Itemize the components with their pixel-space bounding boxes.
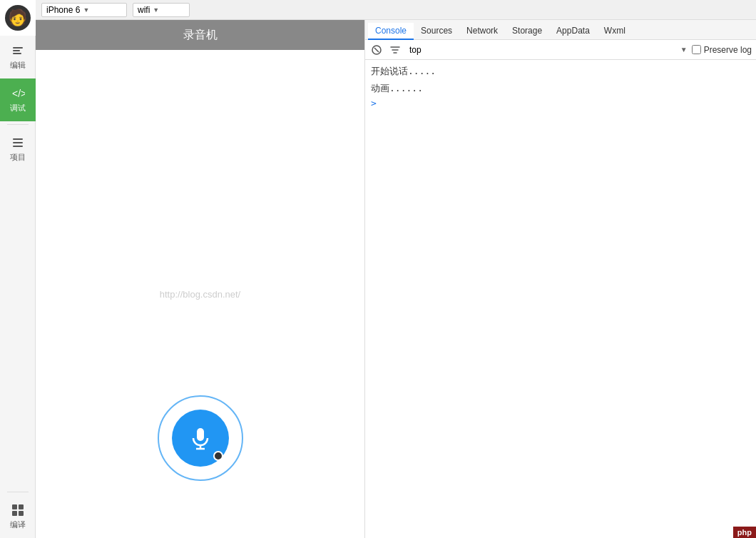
device-dropdown-arrow: ▼ bbox=[83, 6, 89, 14]
console-line-1: 开始说话..... bbox=[371, 63, 750, 80]
php-badge: php bbox=[733, 527, 756, 538]
console-filter-input[interactable] bbox=[407, 44, 676, 56]
tab-console[interactable]: Console bbox=[368, 23, 414, 40]
microphone-icon bbox=[188, 425, 213, 451]
avatar-image: 🧑 bbox=[5, 5, 31, 31]
sidebar-bottom: 编译 bbox=[0, 492, 35, 538]
clear-console-button[interactable] bbox=[369, 43, 384, 57]
svg-rect-5 bbox=[13, 142, 23, 143]
top-bar: iPhone 6 ▼ wifi ▼ bbox=[36, 0, 756, 20]
tab-network[interactable]: Network bbox=[459, 23, 505, 40]
phone-simulator: 录音机 http://blog.csdn.net/ bbox=[36, 20, 365, 538]
phone-body: http://blog.csdn.net/ bbox=[36, 50, 364, 538]
svg-rect-11 bbox=[197, 428, 204, 441]
mic-container bbox=[158, 395, 243, 481]
phone-title: 录音机 bbox=[183, 28, 218, 43]
console-output: 开始说话..... 动画...... > bbox=[365, 60, 756, 538]
watermark: http://blog.csdn.net/ bbox=[160, 289, 240, 300]
console-prompt[interactable]: > bbox=[371, 96, 750, 110]
filter-button[interactable] bbox=[388, 43, 402, 57]
clear-icon bbox=[371, 44, 382, 56]
svg-rect-1 bbox=[13, 50, 20, 51]
code-brackets-icon bbox=[11, 44, 25, 58]
console-line-2: 动画...... bbox=[371, 80, 750, 97]
network-label: wifi bbox=[138, 5, 150, 15]
sidebar-label-debug: 调试 bbox=[10, 103, 26, 113]
svg-rect-4 bbox=[13, 138, 23, 140]
network-selector[interactable]: wifi ▼ bbox=[133, 3, 190, 17]
mic-outer-ring bbox=[158, 395, 243, 481]
svg-rect-0 bbox=[13, 47, 23, 49]
sidebar-item-edit[interactable]: 编辑 bbox=[0, 36, 36, 78]
sidebar-item-compile[interactable]: 编译 bbox=[0, 495, 36, 538]
content-area: 录音机 http://blog.csdn.net/ bbox=[36, 20, 756, 538]
svg-rect-9 bbox=[12, 511, 17, 516]
network-dropdown-arrow: ▼ bbox=[153, 6, 159, 14]
devtools-tabs: Console Sources Network Storage AppData … bbox=[365, 20, 756, 40]
sidebar-item-debug[interactable]: </> 调试 bbox=[0, 78, 36, 121]
filter-dropdown-arrow[interactable]: ▼ bbox=[680, 46, 688, 54]
menu-icon bbox=[11, 136, 25, 150]
main-area: iPhone 6 ▼ wifi ▼ 录音机 http://blog.csdn.n… bbox=[36, 0, 756, 538]
svg-rect-2 bbox=[13, 53, 21, 54]
mic-button[interactable] bbox=[172, 410, 229, 467]
devtools-panel: Console Sources Network Storage AppData … bbox=[365, 20, 756, 538]
sidebar-label-compile: 编译 bbox=[10, 519, 26, 530]
grid-icon bbox=[11, 503, 25, 517]
sidebar-label-edit: 编辑 bbox=[10, 60, 26, 71]
svg-rect-8 bbox=[19, 504, 24, 509]
filter-icon bbox=[389, 44, 401, 56]
sidebar-label-project: 项目 bbox=[10, 152, 26, 163]
tab-appdata[interactable]: AppData bbox=[549, 23, 597, 40]
svg-rect-6 bbox=[13, 146, 23, 147]
tab-storage[interactable]: Storage bbox=[505, 23, 549, 40]
phone-header: 录音机 bbox=[36, 20, 364, 50]
sidebar-divider bbox=[7, 124, 29, 125]
tab-wxml[interactable]: Wxml bbox=[597, 23, 633, 40]
device-selector[interactable]: iPhone 6 ▼ bbox=[41, 3, 127, 17]
svg-rect-10 bbox=[19, 511, 24, 516]
sidebar-item-project[interactable]: 项目 bbox=[0, 128, 36, 171]
sidebar: 🧑 编辑 </> 调试 项目 bbox=[0, 0, 36, 538]
sidebar-divider-bottom bbox=[7, 492, 29, 492]
preserve-log-checkbox[interactable] bbox=[692, 45, 701, 54]
code-angle-icon: </> bbox=[11, 86, 25, 101]
tab-sources[interactable]: Sources bbox=[414, 23, 459, 40]
svg-line-15 bbox=[374, 48, 379, 52]
avatar: 🧑 bbox=[0, 0, 36, 36]
svg-text:</>: </> bbox=[12, 88, 25, 99]
device-label: iPhone 6 bbox=[46, 5, 80, 15]
preserve-log-label: Preserve log bbox=[704, 45, 752, 55]
preserve-log-area: Preserve log bbox=[692, 45, 752, 55]
console-toolbar: ▼ Preserve log bbox=[365, 40, 756, 60]
svg-rect-7 bbox=[12, 504, 17, 509]
mic-dot bbox=[213, 451, 223, 461]
